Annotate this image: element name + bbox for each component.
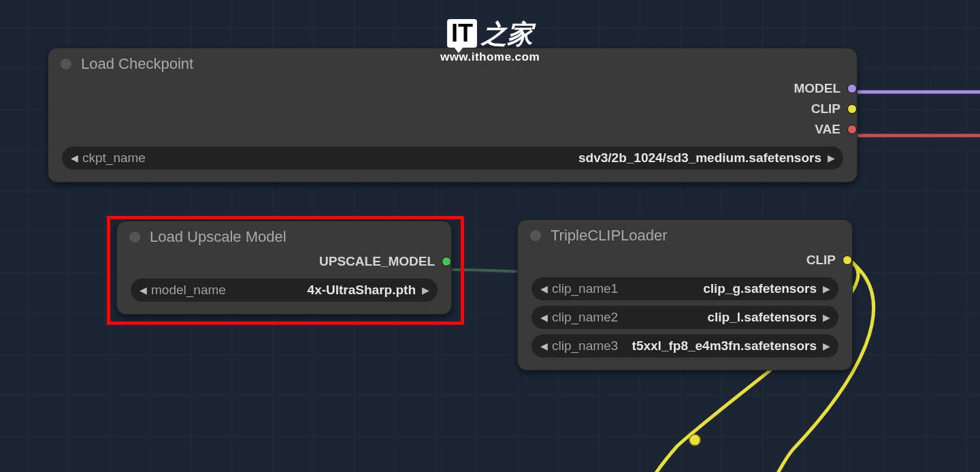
output-vae[interactable]: VAE xyxy=(815,122,857,137)
node-outputs: UPSCALE_MODEL xyxy=(117,250,451,273)
node-outputs: CLIP xyxy=(518,249,852,272)
chevron-right-icon[interactable]: ▶ xyxy=(821,341,832,351)
widget-clip-name3[interactable]: ◀ clip_name3 t5xxl_fp8_e4m3fn.safetensor… xyxy=(532,334,838,358)
output-label-model: MODEL xyxy=(794,81,840,96)
widget-clip-name2[interactable]: ◀ clip_name2 clip_l.safetensors ▶ xyxy=(532,306,838,329)
collapse-dot-icon[interactable] xyxy=(129,232,140,242)
watermark-logo-it: IT xyxy=(447,19,477,48)
widget-label: model_name xyxy=(148,283,226,298)
node-load-checkpoint[interactable]: Load Checkpoint MODEL CLIP VAE ◀ ckpt_na… xyxy=(48,48,858,183)
widget-model-name[interactable]: ◀ model_name 4x-UltraSharp.pth ▶ xyxy=(131,279,438,302)
node-triple-clip-loader[interactable]: TripleCLIPLoader CLIP ◀ clip_name1 clip_… xyxy=(517,219,853,371)
widget-value: 4x-UltraSharp.pth xyxy=(226,283,420,298)
chevron-right-icon[interactable]: ▶ xyxy=(420,285,431,296)
output-label-clip: CLIP xyxy=(806,253,836,268)
chevron-right-icon[interactable]: ▶ xyxy=(821,312,832,323)
output-model[interactable]: MODEL xyxy=(794,81,857,96)
port-clip[interactable] xyxy=(847,104,857,114)
chevron-left-icon[interactable]: ◀ xyxy=(538,341,549,351)
output-upscale-model[interactable]: UPSCALE_MODEL xyxy=(319,254,451,269)
chevron-left-icon[interactable]: ◀ xyxy=(69,153,80,163)
widget-label: clip_name2 xyxy=(549,310,618,325)
widget-label: clip_name1 xyxy=(549,281,618,296)
chevron-right-icon[interactable]: ▶ xyxy=(821,283,832,294)
widget-value: sdv3/2b_1024/sd3_medium.safetensors xyxy=(146,151,826,166)
widget-value: t5xxl_fp8_e4m3fn.safetensors xyxy=(618,339,821,353)
node-outputs: MODEL CLIP VAE xyxy=(48,77,857,141)
node-title: Load Checkpoint xyxy=(81,55,193,73)
watermark-logo-suffix: 之家 xyxy=(478,20,533,48)
collapse-dot-icon[interactable] xyxy=(530,230,541,241)
widget-label: clip_name3 xyxy=(549,339,618,353)
node-header[interactable]: TripleCLIPLoader xyxy=(518,220,852,249)
output-label-vae: VAE xyxy=(815,122,840,137)
widget-value: clip_l.safetensors xyxy=(618,310,821,325)
output-clip[interactable]: CLIP xyxy=(811,101,857,116)
chevron-right-icon[interactable]: ▶ xyxy=(826,153,836,163)
watermark: IT 之家 www.ithome.com xyxy=(440,19,540,64)
node-load-upscale-model[interactable]: Load Upscale Model UPSCALE_MODEL ◀ model… xyxy=(116,221,452,315)
node-title: TripleCLIPLoader xyxy=(551,227,668,245)
chevron-left-icon[interactable]: ◀ xyxy=(137,285,148,296)
watermark-logo: IT 之家 xyxy=(447,19,533,48)
node-header[interactable]: Load Upscale Model xyxy=(117,221,451,250)
output-label-clip: CLIP xyxy=(811,101,840,116)
output-clip[interactable]: CLIP xyxy=(806,253,852,268)
widget-clip-name1[interactable]: ◀ clip_name1 clip_g.safetensors ▶ xyxy=(532,277,838,300)
port-clip[interactable] xyxy=(843,255,852,265)
widget-value: clip_g.safetensors xyxy=(618,281,821,296)
port-upscale-model[interactable] xyxy=(442,257,451,266)
node-title: Load Upscale Model xyxy=(150,228,287,246)
collapse-dot-icon[interactable] xyxy=(61,59,71,69)
port-vae[interactable] xyxy=(847,125,857,134)
chevron-left-icon[interactable]: ◀ xyxy=(538,283,549,294)
chevron-left-icon[interactable]: ◀ xyxy=(538,312,549,323)
widget-label: ckpt_name xyxy=(80,151,146,166)
widget-ckpt-name[interactable]: ◀ ckpt_name sdv3/2b_1024/sd3_medium.safe… xyxy=(62,146,843,170)
port-model[interactable] xyxy=(847,84,857,93)
output-label-upscale-model: UPSCALE_MODEL xyxy=(319,254,435,269)
